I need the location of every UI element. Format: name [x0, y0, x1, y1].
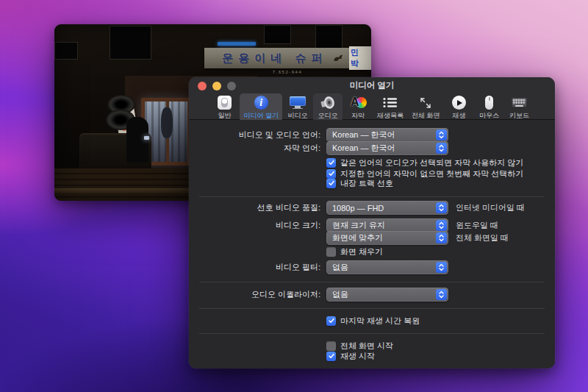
checkbox-label: 재생 시작 — [340, 351, 375, 362]
subtitles-icon: A — [350, 95, 366, 110]
fill-screen-checkbox[interactable] — [326, 247, 336, 257]
av-language-select[interactable]: Korean — 한국어 — [326, 128, 448, 142]
checkbox-row-embedded-track: 내장 트랙 선호 — [326, 178, 393, 188]
field-note: 인터넷 미디어일 때 — [456, 202, 525, 213]
window-title: 미디어 열기 — [189, 80, 555, 91]
separator — [199, 308, 545, 309]
playback-icon — [452, 95, 466, 110]
field-video-size-fullscreen: 화면에 맞추기 전체 화면일 때 — [189, 231, 555, 245]
checkbox-label: 화면 채우기 — [340, 246, 383, 257]
separator — [199, 333, 545, 334]
stepper-icon — [436, 232, 447, 243]
checkbox-row-fullscreen-start: 전체 화면 시작 — [326, 341, 393, 351]
video-quality-select[interactable]: 1080p — FHD — [326, 201, 448, 215]
fullscreen-icon — [419, 95, 432, 110]
subtitle-language-select[interactable]: Korean — 한국어 — [326, 141, 448, 155]
field-label: 오디오 이퀄라이저: — [189, 289, 320, 300]
playlist-icon — [383, 95, 398, 110]
keyboard-icon — [512, 95, 527, 110]
preferences-toolbar: 일반 i 미디어 열기 비디오 오디오 A 자막 — [189, 93, 555, 119]
tab-playlist[interactable]: 재생목록 — [373, 93, 407, 122]
tab-general[interactable]: 일반 — [209, 93, 239, 122]
selected-value: 화면에 맞추기 — [332, 232, 383, 243]
stepper-icon — [436, 143, 447, 154]
field-note: 전체 화면일 때 — [456, 232, 509, 243]
field-label: 비디오 및 오디오 언어: — [189, 129, 320, 140]
general-icon — [218, 95, 232, 110]
window-header: 미디어 열기 일반 i 미디어 열기 비디오 오디오 A — [189, 77, 555, 120]
stepper-icon — [436, 220, 447, 231]
stepper-icon — [436, 262, 447, 273]
tab-video[interactable]: 비디오 — [283, 93, 312, 122]
fullscreen-start-checkbox[interactable] — [326, 341, 336, 351]
video-filter-select[interactable]: 없음 — [326, 260, 448, 274]
field-label: 자막 언어: — [189, 143, 320, 154]
field-audio-equalizer: 오디오 이퀄라이저: 없음 — [189, 288, 555, 302]
separator — [199, 196, 545, 197]
tab-fullscreen[interactable]: 전체 화면 — [408, 93, 444, 122]
selected-value: 없음 — [332, 289, 348, 300]
media-open-icon: i — [254, 95, 268, 110]
audio-equalizer-select[interactable]: 없음 — [326, 288, 448, 302]
tab-mouse[interactable]: 마우스 — [475, 93, 504, 122]
mouse-icon — [485, 95, 493, 110]
checkbox-label: 내장 트랙 선호 — [340, 178, 393, 189]
first-subtitle-checkbox[interactable] — [326, 169, 336, 179]
selected-value: 현재 크기 유지 — [332, 220, 385, 231]
checkbox-label: 같은 언어의 오디오가 선택되면 자막 사용하지 않기 — [340, 157, 523, 168]
field-label: 비디오 필터: — [189, 262, 320, 273]
tab-audio[interactable]: 오디오 — [313, 93, 343, 122]
tab-playback[interactable]: 재생 — [445, 93, 474, 122]
field-av-language: 비디오 및 오디오 언어: Korean — 한국어 — [189, 128, 555, 142]
resume-playback-checkbox[interactable] — [326, 316, 336, 326]
field-label: 비디오 크기: — [189, 220, 320, 231]
titlebar[interactable]: 미디어 열기 — [189, 77, 555, 93]
field-video-quality: 선호 비디오 품질: 1080p — FHD 인터넷 미디어일 때 — [189, 201, 555, 215]
selected-value: Korean — 한국어 — [332, 143, 395, 154]
checkbox-label: 전체 화면 시작 — [340, 341, 393, 352]
field-note: 윈도우일 때 — [456, 220, 498, 231]
tab-media-open[interactable]: i 미디어 열기 — [240, 93, 282, 122]
tab-subtitles[interactable]: A 자막 — [343, 93, 373, 122]
tab-keyboard[interactable]: 키보드 — [505, 93, 534, 122]
preferences-content: 비디오 및 오디오 언어: Korean — 한국어 자막 언어: Korean… — [189, 120, 555, 368]
preferences-window: 미디어 열기 일반 i 미디어 열기 비디오 오디오 A — [189, 77, 555, 368]
field-label: 선호 비디오 품질: — [189, 202, 320, 213]
checkbox-row-play-start: 재생 시작 — [326, 351, 375, 361]
selected-value: Korean — 한국어 — [332, 129, 395, 140]
same-language-checkbox[interactable] — [326, 158, 336, 168]
selected-value: 없음 — [332, 262, 348, 273]
field-video-filter: 비디오 필터: 없음 — [189, 260, 555, 274]
video-icon — [290, 95, 306, 110]
separator — [199, 282, 545, 282]
stepper-icon — [436, 129, 447, 140]
selected-value: 1080p — FHD — [332, 204, 384, 213]
checkbox-row-fill-screen: 화면 채우기 — [326, 246, 383, 257]
checkbox-row-resume: 마지막 재생 시간 복원 — [326, 316, 420, 326]
field-subtitle-language: 자막 언어: Korean — 한국어 — [189, 141, 555, 155]
checkbox-row-same-lang: 같은 언어의 오디오가 선택되면 자막 사용하지 않기 — [326, 157, 523, 168]
video-size-fullscreen-select[interactable]: 화면에 맞추기 — [326, 231, 448, 245]
play-start-checkbox[interactable] — [326, 352, 336, 361]
stepper-icon — [436, 202, 447, 213]
audio-icon — [320, 95, 336, 110]
stepper-icon — [436, 289, 447, 300]
embedded-track-checkbox[interactable] — [326, 179, 336, 188]
checkbox-label: 마지막 재생 시간 복원 — [340, 316, 420, 327]
